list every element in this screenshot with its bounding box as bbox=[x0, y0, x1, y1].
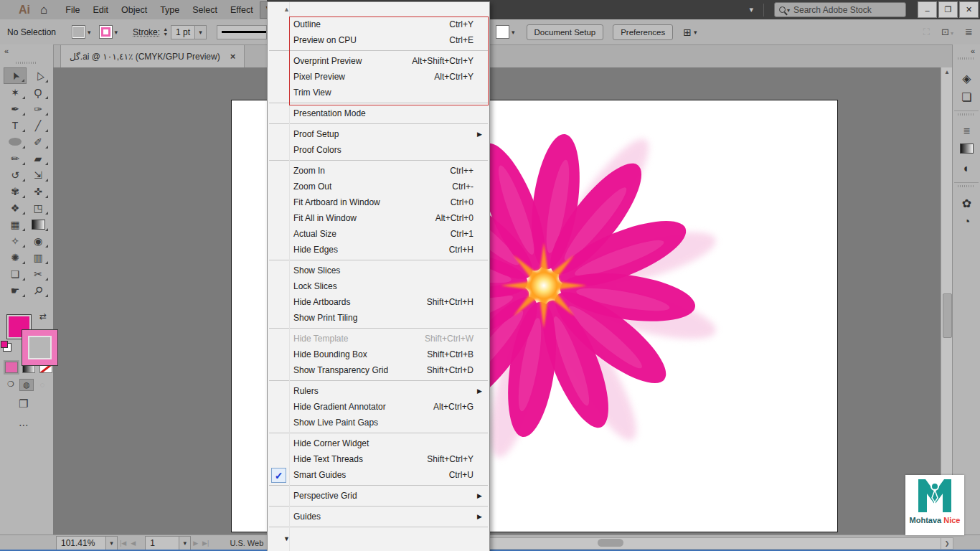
perspective-grid-tool[interactable]: ◳ bbox=[27, 199, 50, 216]
fill-color-swatch[interactable] bbox=[72, 25, 85, 39]
minimize-button[interactable]: – bbox=[918, 1, 937, 18]
menu-item-hide-corner-widget[interactable]: Hide Corner Widget bbox=[268, 435, 489, 451]
scale-tool[interactable]: ⇲ bbox=[27, 166, 50, 183]
menubar-item-type[interactable]: Type bbox=[154, 1, 186, 19]
drag-handle[interactable] bbox=[958, 57, 975, 60]
scrollbar-thumb[interactable] bbox=[943, 293, 952, 338]
color-button[interactable] bbox=[5, 362, 18, 373]
menu-item-fit-all-in-window[interactable]: Fit All in WindowAlt+Ctrl+0 bbox=[268, 210, 489, 226]
swap-fill-stroke-icon[interactable]: ⇄ bbox=[39, 311, 47, 321]
chevron-down-icon[interactable]: ▾ bbox=[512, 29, 515, 36]
line-segment-tool[interactable]: ╱ bbox=[27, 117, 50, 133]
chevron-down-icon[interactable]: ▾ bbox=[195, 25, 207, 39]
selection-tool[interactable]: ➤ bbox=[4, 67, 27, 84]
chevron-down-icon[interactable]: ▾ bbox=[106, 536, 118, 550]
stroke-label[interactable]: Stroke: bbox=[133, 27, 160, 37]
eyedropper-tool[interactable]: ✧ bbox=[4, 232, 27, 249]
scroll-up-icon[interactable]: ▲ bbox=[941, 69, 953, 75]
slice-tool[interactable]: ✂ bbox=[27, 265, 50, 282]
stroke-weight-stepper[interactable]: ▲▼ bbox=[163, 27, 168, 37]
stroke-weight-field[interactable]: 1 pt bbox=[171, 25, 195, 39]
color-icon[interactable]: ✿ bbox=[953, 197, 980, 210]
draw-mode-0[interactable]: ❍ bbox=[4, 379, 17, 390]
hand-tool[interactable]: ☛ bbox=[4, 282, 27, 298]
menu-item-proof-setup[interactable]: Proof Setup▶ bbox=[268, 126, 489, 142]
blend-tool[interactable]: ◉ bbox=[27, 232, 50, 249]
free-transform-tool[interactable]: ✾ bbox=[4, 183, 27, 199]
menubar-item-file[interactable]: File bbox=[59, 1, 86, 19]
home-icon[interactable]: ⌂ bbox=[40, 4, 47, 16]
gradient-icon[interactable] bbox=[953, 143, 980, 156]
preferences-button[interactable]: Preferences bbox=[613, 24, 673, 40]
drag-handle[interactable] bbox=[958, 113, 975, 116]
adobe-stock-search-input[interactable]: ▾ Search Adobe Stock bbox=[774, 2, 906, 17]
first-artboard-button[interactable]: |◀ bbox=[120, 540, 126, 547]
chevron-down-icon[interactable]: ▾ bbox=[694, 29, 697, 36]
workspace-switcher-icon[interactable]: ≣ bbox=[965, 27, 973, 37]
menubar-item-edit[interactable]: Edit bbox=[86, 1, 115, 19]
menu-item-presentation-mode[interactable]: Presentation Mode bbox=[268, 105, 489, 121]
zoom-level-field[interactable]: 101.41% bbox=[56, 536, 106, 550]
chevron-down-icon[interactable]: ▾ bbox=[179, 536, 191, 550]
artboard-number-field[interactable]: 1 bbox=[145, 536, 179, 550]
ellipse-tool[interactable] bbox=[4, 133, 27, 150]
edit-toolbar-icon[interactable]: ⋯ bbox=[19, 419, 29, 430]
mesh-tool[interactable]: ▦ bbox=[4, 216, 27, 232]
rotate-tool[interactable]: ↺ bbox=[4, 166, 27, 183]
screen-mode-icon[interactable]: ❐ bbox=[19, 397, 28, 410]
artboard-tool[interactable]: ❏ bbox=[4, 265, 27, 282]
menu-item-lock-slices[interactable]: Lock Slices bbox=[268, 278, 489, 294]
menu-item-proof-colors[interactable]: Proof Colors bbox=[268, 142, 489, 158]
menu-item-show-live-paint-gaps[interactable]: Show Live Paint Gaps bbox=[268, 415, 489, 430]
gradient-tool[interactable] bbox=[27, 216, 50, 232]
curvature-tool[interactable]: ✑ bbox=[27, 100, 50, 117]
last-artboard-button[interactable]: ▶| bbox=[202, 540, 209, 547]
next-artboard-button[interactable]: ▶ bbox=[193, 540, 198, 547]
menu-item-show-print-tiling[interactable]: Show Print Tiling bbox=[268, 310, 489, 326]
color-guide-icon[interactable]: ◔ bbox=[953, 215, 980, 228]
chevron-down-icon[interactable]: ▾ bbox=[115, 29, 118, 36]
menu-item-guides[interactable]: Guides▶ bbox=[268, 509, 489, 524]
menu-item-preview-on-cpu[interactable]: Preview on CPUCtrl+E bbox=[268, 32, 489, 48]
lasso-tool[interactable]: Ϙ bbox=[27, 84, 50, 100]
menubar-item-object[interactable]: Object bbox=[115, 1, 154, 19]
symbol-sprayer-tool[interactable]: ✺ bbox=[4, 249, 27, 265]
stroke-proxy-swatch[interactable] bbox=[22, 330, 57, 365]
menu-item-trim-view[interactable]: Trim View bbox=[268, 85, 489, 100]
shape-builder-tool[interactable]: ❖ bbox=[4, 199, 27, 216]
arrange-documents-icon[interactable]: ⊡ ▾ bbox=[941, 27, 953, 37]
chevron-down-icon[interactable]: ▾ bbox=[88, 29, 91, 36]
paintbrush-tool[interactable]: ✐ bbox=[27, 133, 50, 150]
puppet-warp-tool[interactable]: ✜ bbox=[27, 183, 50, 199]
close-icon[interactable]: × bbox=[230, 51, 236, 62]
vertical-scrollbar[interactable]: ▲ bbox=[941, 67, 953, 534]
document-tab[interactable]: گل.ai @ ١٠١,٤١٪ (CMYK/GPU Preview) × bbox=[60, 45, 245, 67]
menu-item-hide-gradient-annotator[interactable]: Hide Gradient AnnotatorAlt+Ctrl+G bbox=[268, 399, 489, 415]
properties-icon[interactable]: ≡ bbox=[953, 125, 980, 138]
menu-item-hide-text-threads[interactable]: Hide Text ThreadsShift+Ctrl+Y bbox=[268, 451, 489, 467]
menu-item-overprint-preview[interactable]: Overprint PreviewAlt+Shift+Ctrl+Y bbox=[268, 53, 489, 69]
menu-scroll-down-icon[interactable]: ▼ bbox=[268, 532, 505, 546]
menu-item-actual-size[interactable]: Actual SizeCtrl+1 bbox=[268, 226, 489, 242]
chevron-down-icon[interactable]: ▾ bbox=[749, 5, 753, 14]
transparency-icon[interactable]: ◐ bbox=[953, 162, 980, 175]
app-logo[interactable]: Ai bbox=[19, 4, 30, 17]
stroke-style-dropdown[interactable]: U bbox=[217, 25, 267, 39]
drag-handle[interactable] bbox=[958, 185, 975, 187]
collapse-panel-icon[interactable]: « bbox=[4, 47, 9, 55]
zoom-tool[interactable]: ⚲ bbox=[27, 282, 50, 298]
draw-mode-1[interactable]: ◍ bbox=[19, 379, 34, 391]
menu-item-hide-artboards[interactable]: Hide ArtboardsShift+Ctrl+H bbox=[268, 294, 489, 310]
menubar-item-select[interactable]: Select bbox=[186, 1, 224, 19]
drag-handle[interactable] bbox=[16, 62, 37, 64]
previous-artboard-button[interactable]: ◀ bbox=[131, 540, 136, 547]
magic-wand-tool[interactable]: ✶ bbox=[4, 84, 27, 100]
menu-item-rulers[interactable]: Rulers▶ bbox=[268, 383, 489, 399]
menu-item-zoom-in[interactable]: Zoom InCtrl++ bbox=[268, 163, 489, 179]
restore-button[interactable]: ❐ bbox=[938, 1, 958, 18]
menu-item-smart-guides[interactable]: ✓Smart GuidesCtrl+U bbox=[268, 467, 489, 483]
close-button[interactable]: ✕ bbox=[959, 1, 979, 18]
menu-item-fit-artboard-in-window[interactable]: Fit Artboard in WindowCtrl+0 bbox=[268, 194, 489, 210]
menu-item-show-transparency-grid[interactable]: Show Transparency GridShift+Ctrl+D bbox=[268, 362, 489, 378]
scrollbar-thumb[interactable] bbox=[598, 539, 623, 547]
